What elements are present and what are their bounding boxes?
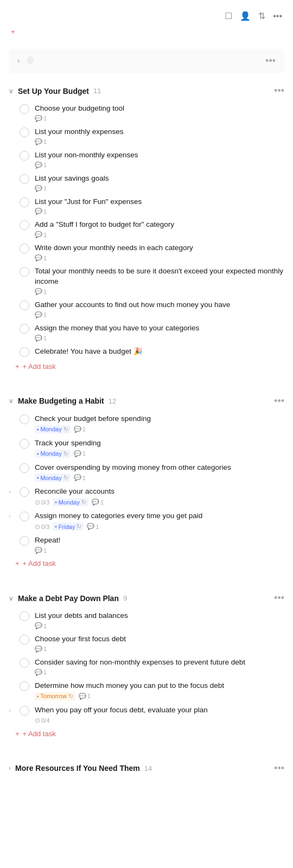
task-name-t14[interactable]: Cover overspending by moving money from …: [35, 463, 284, 473]
task-comment-t5[interactable]: 💬 1: [35, 208, 47, 215]
task-comment-t4[interactable]: 💬 1: [35, 185, 47, 192]
task-name-t21[interactable]: Determine how much money you can put to …: [35, 681, 284, 691]
task-date-t13[interactable]: ▪ Monday ↻: [35, 450, 71, 458]
task-name-t8[interactable]: Total your monthly needs to be sure it d…: [35, 266, 284, 287]
task-comment-t6[interactable]: 💬 1: [35, 231, 47, 238]
task-item-t21: Determine how much money you can put to …: [9, 677, 284, 701]
task-circle-t17[interactable]: [20, 536, 29, 546]
sort-icon[interactable]: ⇅: [258, 11, 265, 21]
task-comment-t1[interactable]: 💬 1: [35, 115, 47, 122]
task-circle-t7[interactable]: [20, 244, 29, 253]
task-comment-t20[interactable]: 💬 1: [35, 669, 47, 676]
add-task-section-set-up-budget[interactable]: ++ Add task: [0, 358, 293, 375]
task-name-t10[interactable]: Assign the money that you have to your c…: [35, 323, 284, 334]
task-comment-t15[interactable]: 💬 1: [92, 499, 104, 506]
task-circle-t11[interactable]: [20, 347, 29, 357]
section-chevron-make-budgeting-habit[interactable]: ∨: [9, 397, 14, 405]
person-icon[interactable]: 👤: [240, 11, 251, 21]
task-date-t14[interactable]: ▪ Monday ↻: [35, 474, 71, 482]
task-circle-t5[interactable]: [20, 197, 29, 207]
task-circle-t9[interactable]: [20, 301, 29, 310]
task-date-t15[interactable]: ▪ Monday ↻: [53, 498, 88, 506]
task-comment-t18[interactable]: 💬 1: [35, 622, 47, 629]
task-meta-t5: 💬 1: [35, 208, 284, 215]
task-circle-t12[interactable]: [20, 414, 29, 424]
task-date-t21[interactable]: ▪ Tomorrow ↻: [35, 692, 75, 700]
add-task-section-make-budgeting-habit[interactable]: ++ Add task: [0, 555, 293, 572]
task-circle-t15[interactable]: [20, 487, 29, 497]
task-circle-t20[interactable]: [20, 658, 29, 668]
task-comment-t12[interactable]: 💬 1: [74, 426, 86, 433]
task-comment-t21[interactable]: 💬 1: [79, 693, 91, 700]
task-list-make-budgeting-habit: Check your budget before spending▪ Monda…: [0, 410, 293, 555]
task-circle-t22[interactable]: [20, 706, 29, 716]
task-name-t12[interactable]: Check your budget before spending: [35, 414, 284, 424]
task-comment-t16[interactable]: 💬 1: [87, 523, 99, 530]
task-name-t3[interactable]: List your non-monthly expenses: [35, 150, 284, 161]
task-circle-t13[interactable]: [20, 439, 29, 449]
task-comment-t14[interactable]: 💬 1: [74, 474, 86, 481]
section-chevron-make-debt-plan[interactable]: ∨: [9, 595, 14, 602]
task-comment-t3[interactable]: 💬 1: [35, 162, 47, 169]
task-circle-t10[interactable]: [20, 324, 29, 334]
task-name-t17[interactable]: Repeat!: [35, 535, 284, 546]
task-name-t20[interactable]: Consider saving for non-monthly expenses…: [35, 658, 284, 668]
task-name-t4[interactable]: List your savings goals: [35, 174, 284, 184]
task-expand-t16[interactable]: ›: [9, 513, 14, 519]
comment-icon[interactable]: ☐: [225, 11, 232, 21]
task-circle-t8[interactable]: [20, 267, 29, 277]
task-circle-t6[interactable]: [20, 220, 29, 230]
task-item-t2: List your monthly expenses💬 1: [9, 123, 284, 146]
section-more-make-budgeting-habit[interactable]: •••: [274, 395, 284, 407]
task-date-t12[interactable]: ▪ Monday ↻: [35, 425, 71, 433]
task-comment-t17[interactable]: 💬 1: [35, 547, 47, 554]
task-circle-t18[interactable]: [20, 611, 29, 621]
task-subtasks-t16: ⊙ 0/3: [35, 523, 49, 531]
task-circle-t19[interactable]: [20, 635, 29, 644]
task-name-t11[interactable]: Celebrate! You have a budget 🎉: [35, 347, 284, 357]
task-name-t22[interactable]: When you pay off your focus debt, evalua…: [35, 705, 284, 716]
task-name-t2[interactable]: List your monthly expenses: [35, 127, 284, 137]
task-expand-t15[interactable]: ›: [9, 488, 14, 495]
task-name-t6[interactable]: Add a "Stuff I forgot to budget for" cat…: [35, 220, 284, 230]
task-comment-t2[interactable]: 💬 1: [35, 138, 47, 145]
task-name-t5[interactable]: List your "Just for Fun" expenses: [35, 197, 284, 207]
add-task-top-button[interactable]: +: [0, 25, 293, 44]
section-more-set-up-budget[interactable]: •••: [274, 85, 284, 97]
welcome-more-icon[interactable]: •••: [265, 55, 276, 67]
task-name-t9[interactable]: Gather your accounts to find out how muc…: [35, 300, 284, 310]
task-name-t13[interactable]: Track your spending: [35, 438, 284, 449]
task-expand-t22[interactable]: ›: [9, 707, 14, 713]
section-more-make-debt-plan[interactable]: •••: [274, 592, 284, 604]
section-chevron-set-up-budget[interactable]: ∨: [9, 87, 14, 95]
task-name-t15[interactable]: Reconcile your accounts: [35, 487, 284, 497]
task-circle-t14[interactable]: [20, 463, 29, 473]
task-comment-t8[interactable]: 💬 1: [35, 288, 47, 295]
task-comment-t13[interactable]: 💬 1: [74, 450, 86, 457]
task-date-t16[interactable]: ▪ Friday ↻: [53, 522, 84, 531]
task-name-t18[interactable]: List your debts and balances: [35, 611, 284, 621]
task-name-t7[interactable]: Write down your monthly needs in each ca…: [35, 243, 284, 253]
task-circle-t21[interactable]: [20, 681, 29, 691]
task-comment-t9[interactable]: 💬 1: [35, 311, 47, 318]
task-comment-t10[interactable]: 💬 1: [35, 335, 47, 342]
task-circle-t3[interactable]: [20, 151, 29, 161]
task-name-t1[interactable]: Choose your budgeting tool: [35, 104, 284, 114]
task-comment-t7[interactable]: 💬 1: [35, 254, 47, 261]
add-task-section-make-debt-plan[interactable]: ++ Add task: [0, 725, 293, 742]
more-icon[interactable]: •••: [273, 11, 282, 21]
task-name-t19[interactable]: Choose your first focus debt: [35, 634, 284, 644]
task-circle-t16[interactable]: [20, 512, 29, 521]
task-content-t1: Choose your budgeting tool💬 1: [35, 104, 284, 122]
section-chevron-more-resources[interactable]: ›: [9, 764, 11, 772]
welcome-expand-icon[interactable]: ›: [17, 57, 20, 65]
task-circle-t1[interactable]: [20, 104, 29, 114]
task-circle-t2[interactable]: [20, 127, 29, 137]
task-item-t22: ›When you pay off your focus debt, evalu…: [9, 701, 284, 725]
task-name-t16[interactable]: Assign money to categories every time yo…: [35, 511, 284, 521]
section-more-more-resources[interactable]: •••: [274, 763, 284, 774]
task-content-t12: Check your budget before spending▪ Monda…: [35, 414, 284, 433]
task-circle-t4[interactable]: [20, 174, 29, 184]
task-item-t15: ›Reconcile your accounts⊙ 0/3▪ Monday ↻💬…: [9, 483, 284, 507]
task-comment-t19[interactable]: 💬 1: [35, 646, 47, 653]
